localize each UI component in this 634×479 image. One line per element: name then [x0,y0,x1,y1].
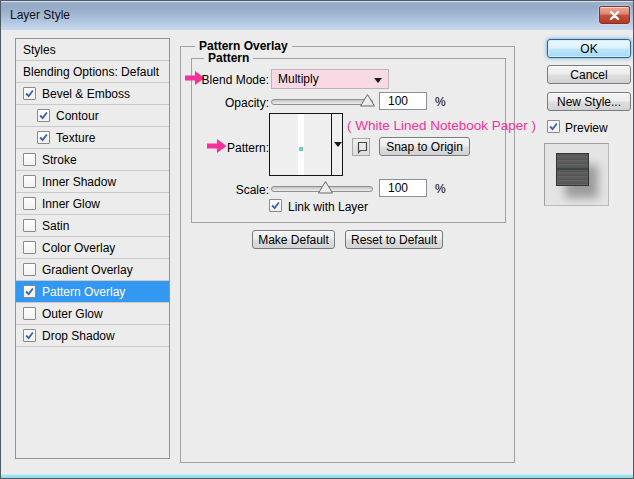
sidebar-item-label: Outer Glow [42,307,103,321]
sidebar-item-contour[interactable]: Contour [16,105,169,127]
new-preset-button[interactable] [352,138,370,156]
sidebar-item-outer-glow[interactable]: Outer Glow [16,303,169,325]
opacity-input[interactable] [379,92,427,110]
check-icon [24,330,35,341]
blend-mode-value: Multiply [278,72,319,86]
style-preview-square [556,153,589,186]
style-checkbox[interactable] [37,131,50,144]
check-icon [270,200,281,211]
window-title: Layer Style [10,8,70,22]
snap-to-origin-button[interactable]: Snap to Origin [379,137,470,156]
style-checkbox[interactable] [23,197,36,210]
pattern-annotation: ( White Lined Notebook Paper ) [347,118,536,133]
sidebar-item-satin[interactable]: Satin [16,215,169,237]
link-with-layer-label: Link with Layer [288,200,368,214]
new-style-label: New Style... [557,95,621,109]
sidebar-item-styles[interactable]: Styles [16,39,169,61]
scale-unit: % [435,182,446,196]
sidebar-item-gradient-overlay[interactable]: Gradient Overlay [16,259,169,281]
opacity-slider-thumb[interactable] [360,94,375,107]
titlebar: Layer Style [1,1,633,30]
sidebar-item-label: Contour [56,109,99,123]
style-checkbox[interactable] [23,241,36,254]
style-checkbox[interactable] [23,153,36,166]
close-icon [609,11,620,20]
sidebar-item-texture[interactable]: Texture [16,127,169,149]
close-button[interactable] [599,6,630,24]
check-icon [24,88,35,99]
layer-style-dialog: Layer Style Styles Blending Options: Def… [0,0,634,479]
sidebar-item-label: Styles [23,43,56,57]
sidebar-item-drop-shadow[interactable]: Drop Shadow [16,325,169,347]
check-icon [38,132,49,143]
sidebar-item-label: Texture [56,131,95,145]
sidebar-item-label: Stroke [42,153,77,167]
make-default-button[interactable]: Make Default [252,230,335,249]
make-default-label: Make Default [258,233,329,247]
sidebar-item-inner-glow[interactable]: Inner Glow [16,193,169,215]
pattern-swatch-dot [299,147,303,151]
scale-slider-thumb[interactable] [318,181,333,194]
scale-label: Scale: [191,183,269,197]
ok-button[interactable]: OK [547,39,631,58]
sidebar-item-color-overlay[interactable]: Color Overlay [16,237,169,259]
chevron-down-icon[interactable] [334,142,342,147]
blend-mode-label: Blend Mode: [191,73,269,87]
style-checkbox[interactable] [23,329,36,342]
pattern-swatch-picker[interactable] [269,113,343,176]
link-with-layer-checkbox[interactable] [269,199,282,212]
blend-mode-dropdown[interactable]: Multiply [271,69,389,89]
sidebar-item-bevel-emboss[interactable]: Bevel & Emboss [16,83,169,105]
pattern-label: Pattern: [191,141,269,155]
new-style-button[interactable]: New Style... [547,92,631,111]
cancel-label: Cancel [570,68,607,82]
check-icon [24,286,35,297]
style-checkbox[interactable] [23,175,36,188]
style-checkbox[interactable] [23,263,36,276]
divider [331,114,332,175]
sidebar-item-label: Drop Shadow [42,329,115,343]
style-checkbox[interactable] [37,109,50,122]
ok-label: OK [580,42,597,56]
sidebar-item-inner-shadow[interactable]: Inner Shadow [16,171,169,193]
pattern-swatch-stripe [298,114,304,175]
check-icon [548,121,559,132]
sidebar-item-label: Inner Glow [42,197,100,211]
window-bottom-border [1,473,633,478]
opacity-unit: % [435,95,446,109]
reset-to-default-button[interactable]: Reset to Default [345,230,443,249]
style-checkbox[interactable] [23,87,36,100]
sidebar-item-label: Pattern Overlay [42,285,125,299]
style-preview-thumbnail [544,143,609,206]
styles-list: Styles Blending Options: Default Bevel &… [15,38,170,459]
sidebar-item-label: Gradient Overlay [42,263,133,277]
sidebar-item-label: Blending Options: Default [23,65,159,79]
new-preset-icon [355,141,368,154]
sidebar-item-pattern-overlay[interactable]: Pattern Overlay [16,281,169,303]
cancel-button[interactable]: Cancel [547,65,631,84]
pattern-group-title: Pattern [204,51,253,65]
sidebar-item-blending-options-default[interactable]: Blending Options: Default [16,61,169,83]
sidebar-item-stroke[interactable]: Stroke [16,149,169,171]
style-checkbox[interactable] [23,219,36,232]
sidebar-item-label: Color Overlay [42,241,115,255]
snap-to-origin-label: Snap to Origin [386,140,463,154]
opacity-slider-track[interactable] [271,99,373,105]
style-checkbox[interactable] [23,307,36,320]
opacity-label: Opacity: [191,96,269,110]
reset-to-default-label: Reset to Default [351,233,437,247]
chevron-down-icon [374,78,382,83]
sidebar-item-label: Bevel & Emboss [42,87,130,101]
sidebar-item-label: Inner Shadow [42,175,116,189]
preview-label: Preview [565,121,608,135]
preview-checkbox[interactable] [547,120,560,133]
style-checkbox[interactable] [23,285,36,298]
scale-input[interactable] [379,179,427,197]
check-icon [38,110,49,121]
sidebar-item-label: Satin [42,219,69,233]
